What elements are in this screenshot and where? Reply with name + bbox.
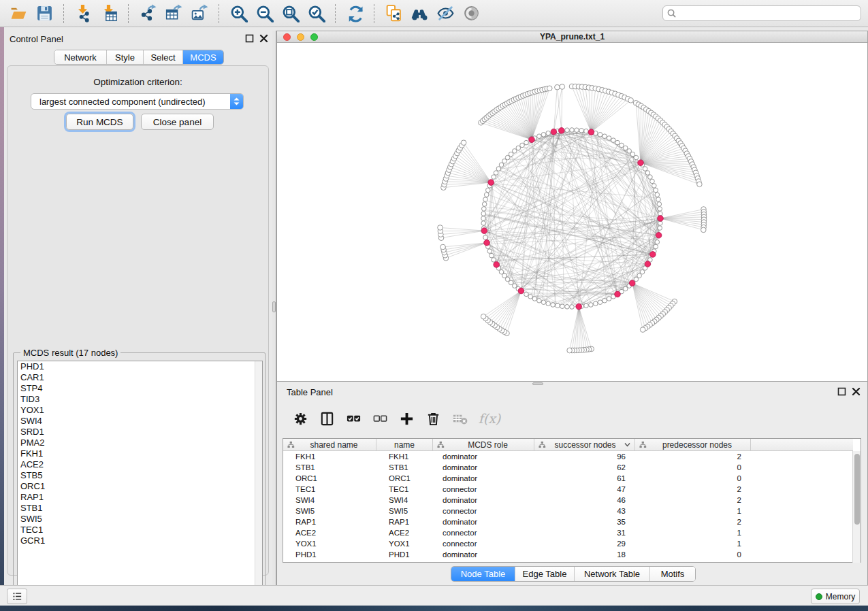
zoom-in-icon[interactable] — [225, 2, 251, 25]
float-panel-icon[interactable] — [245, 34, 254, 43]
tab-edge-table[interactable]: Edge Table — [515, 567, 574, 581]
dominator-node[interactable] — [494, 262, 500, 268]
float-table-panel-icon[interactable] — [837, 387, 846, 396]
zoom-out-icon[interactable] — [251, 2, 277, 25]
mcds-result-node[interactable]: ORC1 — [18, 481, 262, 492]
dominator-node[interactable] — [484, 240, 490, 246]
dominator-node[interactable] — [615, 291, 621, 297]
table-panel-splitter-grip[interactable] — [532, 382, 543, 385]
mcds-result-node[interactable]: YOX1 — [18, 405, 262, 416]
column-header-MCDS-role[interactable]: MCDS role — [433, 439, 534, 450]
dominator-node[interactable] — [629, 280, 635, 286]
table-row[interactable]: STB1STB1dominator620 — [283, 462, 853, 473]
tab-select[interactable]: Select — [143, 50, 182, 64]
mcds-result-node[interactable]: PMA2 — [18, 437, 262, 448]
table-row[interactable]: PHD1PHD1dominator180 — [283, 549, 853, 560]
column-header-name[interactable]: name — [376, 439, 433, 450]
scrollbar-thumb[interactable] — [854, 454, 860, 525]
tab-network[interactable]: Network — [54, 50, 106, 64]
show-graphics-details-icon[interactable] — [458, 2, 484, 25]
task-history-button[interactable] — [7, 589, 27, 604]
column-header-shared-name[interactable]: shared name — [283, 439, 376, 450]
network-window-titlebar[interactable]: YPA_prune.txt_1 — [277, 31, 867, 43]
dominator-node[interactable] — [650, 252, 656, 258]
table-row[interactable]: RAP1RAP1dominator352 — [283, 516, 853, 527]
export-network-icon[interactable] — [135, 2, 161, 25]
select-all-icon[interactable] — [344, 409, 363, 428]
table-row[interactable]: TEC1TEC1connector472 — [283, 484, 853, 495]
dominator-node[interactable] — [645, 261, 651, 267]
mcds-result-node[interactable]: SWI5 — [18, 514, 262, 525]
mcds-result-node[interactable]: CAR1 — [18, 372, 262, 383]
import-table-icon[interactable] — [96, 2, 122, 25]
dominator-node[interactable] — [518, 288, 524, 294]
tab-style[interactable]: Style — [106, 50, 143, 64]
first-neighbors-icon[interactable] — [406, 2, 432, 25]
dominator-node[interactable] — [658, 216, 664, 222]
search-box[interactable] — [662, 5, 861, 21]
zoom-fit-content-icon[interactable] — [277, 2, 303, 25]
close-table-panel-icon[interactable] — [852, 387, 861, 396]
clone-network-icon[interactable] — [381, 2, 406, 25]
column-selector-icon[interactable] — [317, 409, 336, 428]
tab-mcds[interactable]: MCDS — [182, 50, 223, 64]
dominator-node[interactable] — [588, 129, 594, 135]
hide-selected-icon[interactable] — [432, 2, 458, 25]
update-network-icon[interactable] — [342, 2, 368, 25]
import-network-icon[interactable] — [70, 2, 96, 25]
mcds-result-node[interactable]: TEC1 — [18, 525, 262, 535]
delete-row-icon[interactable] — [423, 409, 443, 428]
dominator-node[interactable] — [576, 303, 582, 310]
export-table-icon[interactable] — [161, 2, 187, 25]
search-input[interactable] — [679, 9, 856, 18]
mcds-result-scrollbar[interactable] — [255, 361, 262, 600]
dominator-node[interactable] — [488, 180, 494, 186]
table-row[interactable]: SWI5SWI5connector431 — [283, 506, 853, 516]
mcds-result-node[interactable]: GCR1 — [18, 535, 262, 546]
node-table-scrollbar[interactable] — [852, 451, 861, 563]
mcds-result-node[interactable]: STP4 — [18, 383, 262, 394]
optimization-criterion-select[interactable]: largest connected component (undirected) — [31, 93, 244, 110]
mcds-result-node[interactable]: STB5 — [18, 470, 262, 481]
dominator-node[interactable] — [559, 128, 565, 134]
dominator-node[interactable] — [656, 233, 662, 239]
mcds-result-node[interactable]: SRD1 — [18, 427, 262, 437]
settings-icon[interactable] — [291, 409, 310, 428]
table-row[interactable]: YOX1YOX1connector291 — [283, 538, 853, 549]
dominator-node[interactable] — [551, 129, 557, 135]
dominator-node[interactable] — [638, 160, 644, 166]
dominator-node[interactable] — [481, 228, 487, 234]
mcds-result-title: MCDS result (17 nodes) — [20, 348, 120, 358]
mcds-result-node[interactable]: TID3 — [18, 394, 262, 405]
dominator-node[interactable] — [529, 137, 535, 143]
open-file-icon[interactable] — [5, 2, 31, 25]
zoom-selected-region-icon[interactable] — [303, 2, 329, 25]
mcds-result-node[interactable]: STB1 — [18, 503, 262, 514]
network-canvas[interactable] — [277, 43, 867, 381]
table-row[interactable]: FKH1FKH1dominator962 — [283, 451, 853, 462]
tab-motifs[interactable]: Motifs — [649, 567, 695, 581]
mcds-result-node[interactable]: RAP1 — [18, 492, 262, 503]
column-header-predecessor-nodes[interactable]: predecessor nodes — [635, 439, 751, 450]
mcds-result-node[interactable]: FKH1 — [18, 448, 262, 459]
export-image-icon[interactable] — [187, 2, 212, 25]
deselect-all-icon[interactable] — [370, 409, 389, 428]
splitter-grip[interactable] — [272, 301, 276, 312]
column-header-successor-nodes[interactable]: successor nodes — [534, 439, 635, 450]
table-row[interactable]: ACE2ACE2connector311 — [283, 527, 853, 538]
node-table[interactable]: shared namenameMCDS rolesuccessor nodesp… — [283, 438, 861, 563]
add-row-icon[interactable] — [397, 409, 416, 428]
mcds-result-list[interactable]: PHD1CAR1STP4TID3YOX1SWI4SRD1PMA2FKH1ACE2… — [17, 361, 263, 601]
close-panel-icon[interactable] — [259, 34, 268, 43]
mcds-result-node[interactable]: PHD1 — [18, 361, 262, 372]
table-row[interactable]: ORC1ORC1dominator610 — [283, 473, 853, 484]
close-panel-button[interactable]: Close panel — [141, 114, 214, 130]
tab-node-table[interactable]: Node Table — [451, 567, 515, 581]
mcds-result-node[interactable]: SWI4 — [18, 416, 262, 427]
tab-network-table[interactable]: Network Table — [574, 567, 649, 581]
memory-button[interactable]: Memory — [811, 589, 860, 604]
table-row[interactable]: SWI4SWI4dominator462 — [283, 495, 853, 506]
mcds-result-node[interactable]: ACE2 — [18, 459, 262, 470]
run-mcds-button[interactable]: Run MCDS — [66, 114, 133, 130]
save-session-icon[interactable] — [31, 2, 57, 25]
